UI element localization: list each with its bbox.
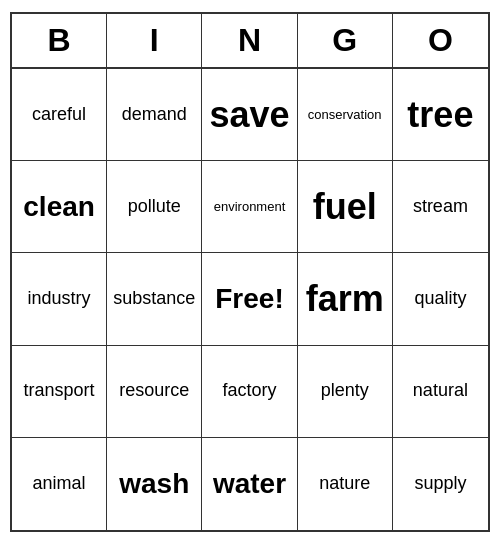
cell-text: nature [319,473,370,495]
cell-text: factory [222,380,276,402]
bingo-cell-7: environment [202,161,297,253]
cell-text: stream [413,196,468,218]
cell-text: wash [119,467,189,501]
bingo-cell-9: stream [393,161,488,253]
cell-text: fuel [313,185,377,228]
bingo-cell-22: water [202,438,297,530]
header-letter-i: I [107,14,202,67]
header-letter-b: B [12,14,107,67]
bingo-cell-12: Free! [202,253,297,345]
bingo-cell-4: tree [393,69,488,161]
bingo-grid: carefuldemandsaveconservationtreecleanpo… [12,69,488,530]
header-letter-g: G [298,14,393,67]
bingo-cell-15: transport [12,346,107,438]
cell-text: farm [306,277,384,320]
bingo-cell-23: nature [298,438,393,530]
cell-text: environment [214,199,286,215]
cell-text: pollute [128,196,181,218]
bingo-cell-14: quality [393,253,488,345]
bingo-card: BINGO carefuldemandsaveconservationtreec… [10,12,490,532]
bingo-cell-11: substance [107,253,202,345]
cell-text: industry [28,288,91,310]
bingo-cell-19: natural [393,346,488,438]
bingo-cell-13: farm [298,253,393,345]
bingo-cell-17: factory [202,346,297,438]
bingo-cell-20: animal [12,438,107,530]
cell-text: animal [33,473,86,495]
header-letter-o: O [393,14,488,67]
cell-text: clean [23,190,95,224]
cell-text: water [213,467,286,501]
cell-text: save [209,93,289,136]
bingo-header: BINGO [12,14,488,69]
cell-text: conservation [308,107,382,123]
cell-text: demand [122,104,187,126]
cell-text: plenty [321,380,369,402]
bingo-cell-16: resource [107,346,202,438]
bingo-cell-1: demand [107,69,202,161]
cell-text: supply [414,473,466,495]
cell-text: quality [414,288,466,310]
bingo-cell-2: save [202,69,297,161]
cell-text: transport [24,380,95,402]
cell-text: tree [407,93,473,136]
cell-text: resource [119,380,189,402]
cell-text: substance [113,288,195,310]
bingo-cell-3: conservation [298,69,393,161]
bingo-cell-8: fuel [298,161,393,253]
cell-text: Free! [215,282,283,316]
bingo-cell-5: clean [12,161,107,253]
bingo-cell-0: careful [12,69,107,161]
header-letter-n: N [202,14,297,67]
bingo-cell-6: pollute [107,161,202,253]
cell-text: careful [32,104,86,126]
bingo-cell-24: supply [393,438,488,530]
cell-text: natural [413,380,468,402]
bingo-cell-18: plenty [298,346,393,438]
bingo-cell-21: wash [107,438,202,530]
bingo-cell-10: industry [12,253,107,345]
